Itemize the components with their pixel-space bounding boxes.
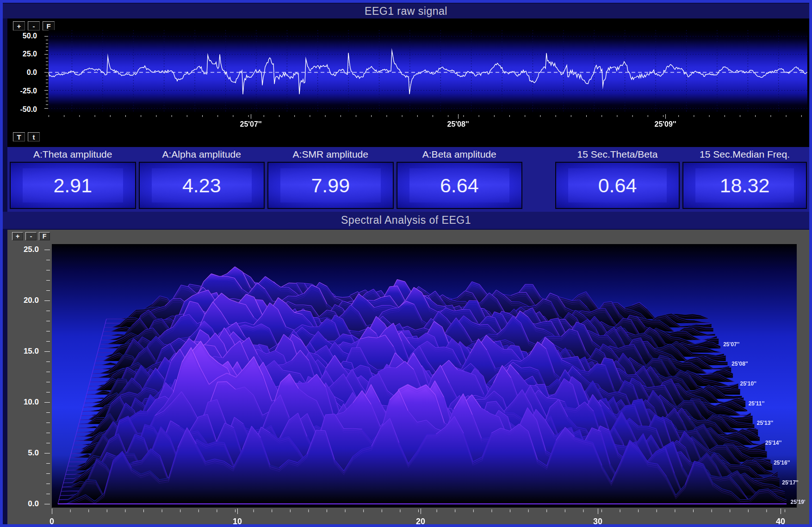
metric-label: A:Beta amplitude bbox=[396, 147, 523, 161]
y-axis-label: 15.0 bbox=[15, 347, 39, 356]
metric-value: 0.64 bbox=[568, 168, 667, 202]
y-axis-label: 20.0 bbox=[15, 296, 39, 305]
spectral-full-scale-button[interactable]: F bbox=[39, 232, 50, 240]
raw-timebase-T-button[interactable]: T bbox=[13, 132, 25, 141]
metric-panel: A:Theta amplitude2.91 bbox=[9, 147, 136, 212]
metric-label: A:Alpha amplitude bbox=[138, 147, 266, 161]
metric-value-display: 4.23 bbox=[139, 162, 265, 209]
y-axis-label: -50.0 bbox=[14, 105, 37, 114]
metric-value: 4.23 bbox=[152, 168, 252, 202]
raw-timebase-t-button[interactable]: t bbox=[28, 132, 40, 141]
y-axis-label: 0.0 bbox=[14, 68, 37, 77]
spectral-waterfall-plot[interactable] bbox=[42, 240, 805, 527]
spectral-analysis-title: Spectral Analysis of EEG1 bbox=[3, 212, 809, 229]
spectral-zoom-in-button[interactable]: + bbox=[12, 232, 23, 240]
metric-panel: 15 Sec.Theta/Beta0.64 bbox=[555, 147, 680, 212]
y-axis-label: 50.0 bbox=[14, 31, 37, 41]
spectral-analysis-chart-panel: +-F 25.020.015.010.05.00.0 bbox=[7, 230, 809, 527]
metric-value-display: 2.91 bbox=[10, 162, 136, 209]
metric-label: A:SMR amplitude bbox=[267, 147, 394, 161]
raw-zoom-in-button[interactable]: + bbox=[13, 21, 25, 31]
raw-zoom-out-button[interactable]: - bbox=[28, 21, 40, 31]
y-axis-label: 5.0 bbox=[15, 448, 39, 458]
metric-label: 15 Sec.Theta/Beta bbox=[555, 147, 680, 161]
metric-panel: 15 Sec.Median Freq.18.32 bbox=[682, 147, 807, 212]
metric-value-display: 18.32 bbox=[682, 162, 807, 209]
metric-value-display: 7.99 bbox=[267, 162, 394, 209]
metric-value-display: 6.64 bbox=[397, 162, 523, 209]
summary-metrics-group: 15 Sec.Theta/Beta0.6415 Sec.Median Freq.… bbox=[554, 147, 808, 212]
metric-value: 7.99 bbox=[280, 168, 381, 202]
metric-label: A:Theta amplitude bbox=[9, 147, 136, 161]
metric-panel: A:Beta amplitude6.64 bbox=[396, 147, 523, 212]
metric-value: 2.91 bbox=[23, 168, 123, 202]
amplitude-metrics-group: A:Theta amplitude2.91A:Alpha amplitude4.… bbox=[8, 147, 524, 212]
y-axis-label: 25.0 bbox=[15, 245, 39, 254]
metrics-spacer bbox=[524, 147, 554, 212]
y-axis-label: -25.0 bbox=[14, 86, 37, 96]
y-axis-label: 25.0 bbox=[14, 49, 37, 59]
raw-signal-title: EEG1 raw signal bbox=[3, 4, 809, 18]
metric-value-display: 0.64 bbox=[555, 162, 680, 209]
raw-signal-plot[interactable] bbox=[41, 27, 809, 140]
metric-value: 18.32 bbox=[695, 168, 794, 202]
metric-panel: A:SMR amplitude7.99 bbox=[267, 147, 394, 212]
spectral-chart-toolbar: +-F bbox=[12, 232, 50, 240]
raw-chart-timebase-toolbar: Tt bbox=[13, 132, 40, 141]
metric-label: 15 Sec.Median Freq. bbox=[682, 147, 807, 161]
metrics-row: A:Theta amplitude2.91A:Alpha amplitude4.… bbox=[7, 147, 809, 212]
metric-panel: A:Alpha amplitude4.23 bbox=[138, 147, 266, 212]
eeg-biofeedback-window: EEG1 raw signal +-F Tt 50.025.00.0-25.0-… bbox=[0, 0, 812, 527]
spectral-zoom-out-button[interactable]: - bbox=[25, 232, 37, 240]
y-axis-label: 10.0 bbox=[15, 398, 39, 407]
metric-value: 6.64 bbox=[409, 168, 510, 202]
raw-signal-chart-panel: +-F Tt 50.025.00.0-25.0-50.0 bbox=[7, 18, 809, 147]
y-axis-label: 0.0 bbox=[15, 499, 39, 509]
